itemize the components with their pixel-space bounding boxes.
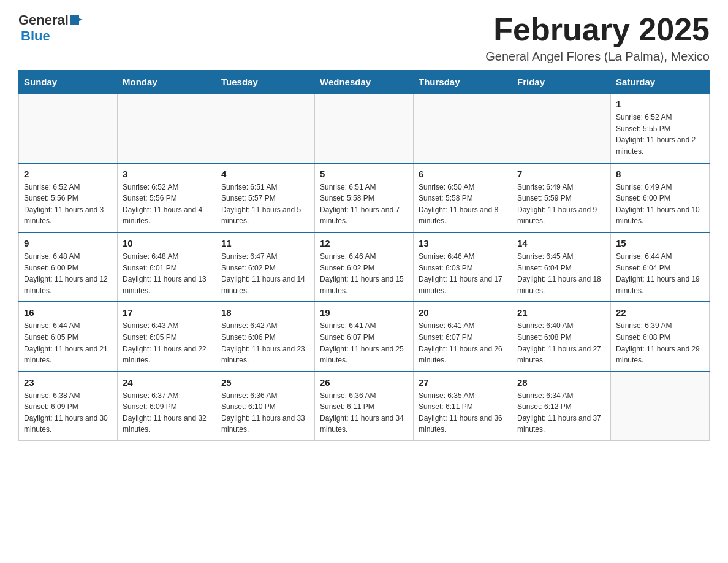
day-info: Sunrise: 6:51 AMSunset: 5:58 PMDaylight:… (320, 182, 408, 227)
day-number: 17 (123, 307, 211, 318)
calendar-cell-w2-d4: 5Sunrise: 6:51 AMSunset: 5:58 PMDaylight… (315, 163, 414, 232)
calendar-cell-w3-d1: 9Sunrise: 6:48 AMSunset: 6:00 PMDaylight… (19, 232, 118, 302)
calendar-cell-w1-d3 (216, 94, 315, 163)
day-number: 15 (616, 238, 704, 248)
day-number: 26 (320, 377, 408, 388)
day-info: Sunrise: 6:44 AMSunset: 6:04 PMDaylight:… (616, 251, 704, 296)
day-info: Sunrise: 6:39 AMSunset: 6:08 PMDaylight:… (616, 320, 704, 366)
calendar-cell-w2-d2: 3Sunrise: 6:52 AMSunset: 5:56 PMDaylight… (118, 163, 216, 232)
day-number: 1 (616, 99, 704, 109)
calendar-cell-w2-d5: 6Sunrise: 6:50 AMSunset: 5:58 PMDaylight… (414, 163, 512, 232)
svg-marker-0 (70, 15, 83, 25)
calendar-header-row: Sunday Monday Tuesday Wednesday Thursday… (19, 71, 710, 94)
calendar-cell-w1-d7: 1Sunrise: 6:52 AMSunset: 5:55 PMDaylight… (611, 94, 710, 163)
calendar-cell-w4-d1: 16Sunrise: 6:44 AMSunset: 6:05 PMDayligh… (19, 302, 118, 371)
calendar-cell-w4-d4: 19Sunrise: 6:41 AMSunset: 6:07 PMDayligh… (315, 302, 414, 371)
day-info: Sunrise: 6:37 AMSunset: 6:09 PMDaylight:… (123, 390, 211, 435)
day-number: 28 (517, 377, 605, 388)
day-info: Sunrise: 6:46 AMSunset: 6:02 PMDaylight:… (320, 251, 408, 296)
calendar-cell-w5-d4: 26Sunrise: 6:36 AMSunset: 6:11 PMDayligh… (315, 372, 414, 441)
day-info: Sunrise: 6:43 AMSunset: 6:05 PMDaylight:… (123, 320, 211, 366)
day-number: 7 (517, 169, 605, 179)
calendar-week-1: 1Sunrise: 6:52 AMSunset: 5:55 PMDaylight… (19, 94, 710, 163)
calendar-cell-w3-d6: 14Sunrise: 6:45 AMSunset: 6:04 PMDayligh… (512, 232, 611, 302)
calendar-cell-w1-d1 (19, 94, 118, 163)
day-number: 3 (123, 169, 211, 179)
calendar-cell-w4-d2: 17Sunrise: 6:43 AMSunset: 6:05 PMDayligh… (118, 302, 216, 371)
calendar-table: Sunday Monday Tuesday Wednesday Thursday… (18, 70, 710, 441)
day-info: Sunrise: 6:34 AMSunset: 6:12 PMDaylight:… (517, 390, 605, 435)
calendar-cell-w1-d2 (118, 94, 216, 163)
day-info: Sunrise: 6:36 AMSunset: 6:10 PMDaylight:… (221, 390, 309, 435)
calendar-cell-w4-d3: 18Sunrise: 6:42 AMSunset: 6:06 PMDayligh… (216, 302, 315, 371)
day-info: Sunrise: 6:52 AMSunset: 5:55 PMDaylight:… (616, 112, 704, 157)
header-friday: Friday (512, 71, 611, 94)
location-title: General Angel Flores (La Palma), Mexico (485, 50, 710, 64)
day-number: 6 (419, 169, 507, 179)
header-saturday: Saturday (611, 71, 710, 94)
day-info: Sunrise: 6:49 AMSunset: 5:59 PMDaylight:… (517, 182, 605, 227)
day-info: Sunrise: 6:52 AMSunset: 5:56 PMDaylight:… (123, 182, 211, 227)
day-number: 23 (24, 377, 112, 388)
calendar-cell-w5-d5: 27Sunrise: 6:35 AMSunset: 6:11 PMDayligh… (414, 372, 512, 441)
day-info: Sunrise: 6:35 AMSunset: 6:11 PMDaylight:… (419, 390, 507, 435)
calendar-cell-w2-d3: 4Sunrise: 6:51 AMSunset: 5:57 PMDaylight… (216, 163, 315, 232)
day-info: Sunrise: 6:50 AMSunset: 5:58 PMDaylight:… (419, 182, 507, 227)
calendar-week-5: 23Sunrise: 6:38 AMSunset: 6:09 PMDayligh… (19, 372, 710, 441)
calendar-cell-w1-d6 (512, 94, 611, 163)
calendar-cell-w3-d3: 11Sunrise: 6:47 AMSunset: 6:02 PMDayligh… (216, 232, 315, 302)
calendar-week-4: 16Sunrise: 6:44 AMSunset: 6:05 PMDayligh… (19, 302, 710, 371)
day-info: Sunrise: 6:36 AMSunset: 6:11 PMDaylight:… (320, 390, 408, 435)
day-number: 9 (24, 238, 112, 248)
header-tuesday: Tuesday (216, 71, 315, 94)
day-info: Sunrise: 6:48 AMSunset: 6:01 PMDaylight:… (123, 251, 211, 296)
calendar-cell-w3-d2: 10Sunrise: 6:48 AMSunset: 6:01 PMDayligh… (118, 232, 216, 302)
calendar-cell-w4-d5: 20Sunrise: 6:41 AMSunset: 6:07 PMDayligh… (414, 302, 512, 371)
header-sunday: Sunday (19, 71, 118, 94)
calendar-cell-w5-d1: 23Sunrise: 6:38 AMSunset: 6:09 PMDayligh… (19, 372, 118, 441)
calendar-cell-w1-d5 (414, 94, 512, 163)
calendar-cell-w5-d3: 25Sunrise: 6:36 AMSunset: 6:10 PMDayligh… (216, 372, 315, 441)
page-header: General Blue February 2025 General Angel… (18, 12, 710, 64)
title-section: February 2025 General Angel Flores (La P… (485, 12, 710, 64)
day-info: Sunrise: 6:38 AMSunset: 6:09 PMDaylight:… (24, 390, 112, 435)
logo-general: General (18, 12, 69, 28)
day-number: 24 (123, 377, 211, 388)
calendar-cell-w5-d7 (611, 372, 710, 441)
header-wednesday: Wednesday (315, 71, 414, 94)
day-number: 14 (517, 238, 605, 248)
day-info: Sunrise: 6:42 AMSunset: 6:06 PMDaylight:… (221, 320, 309, 366)
logo-arrow-icon (70, 13, 83, 26)
day-info: Sunrise: 6:51 AMSunset: 5:57 PMDaylight:… (221, 182, 309, 227)
calendar-cell-w3-d7: 15Sunrise: 6:44 AMSunset: 6:04 PMDayligh… (611, 232, 710, 302)
calendar-cell-w4-d7: 22Sunrise: 6:39 AMSunset: 6:08 PMDayligh… (611, 302, 710, 371)
calendar-cell-w2-d1: 2Sunrise: 6:52 AMSunset: 5:56 PMDaylight… (19, 163, 118, 232)
calendar-cell-w3-d4: 12Sunrise: 6:46 AMSunset: 6:02 PMDayligh… (315, 232, 414, 302)
day-number: 11 (221, 238, 309, 248)
calendar-cell-w4-d6: 21Sunrise: 6:40 AMSunset: 6:08 PMDayligh… (512, 302, 611, 371)
day-number: 5 (320, 169, 408, 179)
day-number: 21 (517, 307, 605, 318)
calendar-week-2: 2Sunrise: 6:52 AMSunset: 5:56 PMDaylight… (19, 163, 710, 232)
day-info: Sunrise: 6:41 AMSunset: 6:07 PMDaylight:… (320, 320, 408, 366)
day-info: Sunrise: 6:44 AMSunset: 6:05 PMDaylight:… (24, 320, 112, 366)
header-monday: Monday (118, 71, 216, 94)
day-number: 27 (419, 377, 507, 388)
calendar-cell-w5-d2: 24Sunrise: 6:37 AMSunset: 6:09 PMDayligh… (118, 372, 216, 441)
day-number: 19 (320, 307, 408, 318)
day-number: 10 (123, 238, 211, 248)
day-info: Sunrise: 6:46 AMSunset: 6:03 PMDaylight:… (419, 251, 507, 296)
calendar-cell-w5-d6: 28Sunrise: 6:34 AMSunset: 6:12 PMDayligh… (512, 372, 611, 441)
day-number: 12 (320, 238, 408, 248)
day-info: Sunrise: 6:41 AMSunset: 6:07 PMDaylight:… (419, 320, 507, 366)
calendar-week-3: 9Sunrise: 6:48 AMSunset: 6:00 PMDaylight… (19, 232, 710, 302)
day-number: 22 (616, 307, 704, 318)
header-thursday: Thursday (414, 71, 512, 94)
day-number: 8 (616, 169, 704, 179)
calendar-cell-w2-d6: 7Sunrise: 6:49 AMSunset: 5:59 PMDaylight… (512, 163, 611, 232)
day-number: 20 (419, 307, 507, 318)
day-number: 13 (419, 238, 507, 248)
day-info: Sunrise: 6:49 AMSunset: 6:00 PMDaylight:… (616, 182, 704, 227)
day-info: Sunrise: 6:45 AMSunset: 6:04 PMDaylight:… (517, 251, 605, 296)
day-number: 16 (24, 307, 112, 318)
